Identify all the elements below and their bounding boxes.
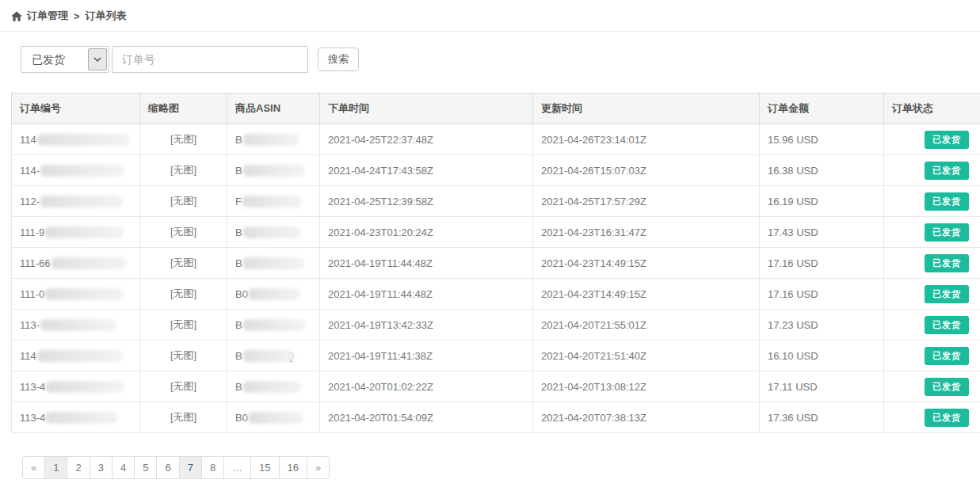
table-row: 114 [无图] BQ 2021-04-19T11:41:38Z 2021-04…	[12, 341, 980, 371]
asin-prefix: B	[235, 381, 242, 393]
pagination-page-5[interactable]: 5	[134, 456, 157, 479]
no-image-label: [无图]	[170, 226, 196, 238]
pagination-page-6[interactable]: 6	[156, 456, 179, 479]
order-redaction	[36, 134, 130, 146]
order-id-prefix: 111-0	[20, 288, 44, 300]
no-image-label: [无图]	[170, 287, 196, 299]
pagination-prev[interactable]: «	[22, 456, 45, 479]
table-header-row: 订单编号 缩略图 商品ASIN 下单时间 更新时间 订单金额 订单状态	[12, 93, 980, 124]
status-cell: 已发货	[884, 217, 980, 248]
pagination-page-4[interactable]: 4	[112, 456, 135, 479]
asin-prefix: F	[235, 196, 242, 207]
order-number-cell: 113-4	[12, 371, 140, 402]
order-redaction	[40, 196, 123, 207]
thumbnail-cell: [无图]	[140, 279, 227, 310]
asin-cell: F	[227, 186, 320, 217]
pagination-ellipsis: …	[223, 456, 251, 479]
order-number-input[interactable]	[112, 46, 308, 73]
filter-bar: 已发货 搜索	[21, 46, 980, 73]
created-time-cell: 2021-04-19T11:44:48Z	[320, 248, 533, 279]
col-created-time: 下单时间	[320, 93, 533, 124]
no-image-label: [无图]	[170, 411, 196, 423]
pagination-page-8[interactable]: 8	[201, 456, 224, 479]
created-time-cell: 2021-04-20T01:02:22Z	[320, 371, 533, 402]
amount-cell: 15.96 USD	[760, 124, 884, 155]
order-id-prefix: 113-4	[20, 381, 45, 393]
updated-time-cell: 2021-04-23T14:49:15Z	[533, 279, 760, 310]
table-row: 111-0 [无图] B06 2021-04-19T11:44:48Z 2021…	[12, 279, 980, 310]
status-badge: 已发货	[925, 347, 969, 365]
thumbnail-cell: [无图]	[140, 310, 227, 341]
order-number-cell: 111-66	[12, 248, 140, 279]
amount-cell: 17.36 USD	[760, 402, 884, 433]
status-cell: 已发货	[884, 248, 980, 279]
order-id-prefix: 112-	[20, 196, 40, 207]
pagination-page-15[interactable]: 15	[250, 456, 279, 479]
table-row: 113-45 [无图] B0 2021-04-20T01:54:09Z 2021…	[12, 402, 980, 433]
asin-redaction	[242, 319, 306, 331]
status-cell: 已发货	[884, 279, 980, 310]
asin-redaction	[242, 257, 304, 269]
no-image-label: [无图]	[170, 257, 196, 268]
order-redaction	[45, 381, 124, 393]
pagination-page-1[interactable]: 1	[44, 456, 67, 479]
order-number-cell: 113-	[12, 310, 140, 341]
updated-time-cell: 2021-04-23T14:49:15Z	[533, 248, 760, 279]
created-time-cell: 2021-04-19T11:44:48Z	[320, 279, 533, 310]
table-row: 112- [无图] F 2021-04-25T12:39:58Z 2021-04…	[12, 186, 980, 217]
pagination-next[interactable]: »	[307, 456, 330, 479]
thumbnail-cell: [无图]	[140, 217, 227, 248]
order-number-cell: 113-45	[12, 402, 140, 433]
asin-redaction	[242, 226, 301, 238]
search-button[interactable]: 搜索	[318, 48, 359, 71]
status-badge: 已发货	[925, 285, 969, 303]
order-redaction	[51, 257, 127, 269]
status-badge: 已发货	[925, 162, 969, 180]
table-row: 114- [无图] B 2021-04-24T17:43:58Z 2021-04…	[12, 155, 980, 186]
table-row: 111-66 [无图] B 2021-04-19T11:44:48Z 2021-…	[12, 248, 980, 279]
status-cell: 已发货	[884, 155, 980, 186]
breadcrumb-page: 订单列表	[86, 9, 127, 23]
order-number-cell: 111-0	[12, 279, 140, 310]
col-order-number: 订单编号	[12, 93, 140, 124]
status-select[interactable]: 已发货	[21, 46, 109, 73]
updated-time-cell: 2021-04-20T07:38:13Z	[533, 402, 760, 433]
created-time-cell: 2021-04-24T17:43:58Z	[320, 155, 533, 186]
thumbnail-cell: [无图]	[140, 248, 227, 279]
order-id-prefix: 114	[20, 134, 36, 146]
asin-prefix: B	[235, 226, 242, 238]
asin-prefix: B	[235, 257, 242, 269]
status-select-value: 已发货	[32, 53, 65, 66]
amount-cell: 16.38 USD	[760, 155, 884, 186]
order-redaction	[45, 412, 118, 424]
amount-cell: 17.43 USD	[760, 217, 884, 248]
order-redaction	[36, 350, 124, 362]
pagination-page-7[interactable]: 7	[179, 456, 202, 479]
created-time-cell: 2021-04-25T22:37:48Z	[320, 124, 533, 155]
thumbnail-cell: [无图]	[140, 402, 227, 433]
order-id-prefix: 111-9	[20, 226, 44, 238]
order-number-cell: 111-9	[12, 217, 140, 248]
pagination-page-3[interactable]: 3	[90, 456, 112, 479]
thumbnail-cell: [无图]	[140, 124, 227, 155]
no-image-label: [无图]	[170, 349, 196, 361]
status-cell: 已发货	[884, 341, 980, 371]
created-time-cell: 2021-04-20T01:54:09Z	[320, 402, 533, 433]
order-redaction	[44, 226, 124, 238]
asin-cell: B	[227, 155, 320, 186]
asin-cell: B	[227, 248, 320, 279]
created-time-cell: 2021-04-23T01:20:24Z	[320, 217, 533, 248]
table-row: 113-4 [无图] B6 2021-04-20T01:02:22Z 2021-…	[12, 371, 980, 402]
order-redaction	[40, 165, 125, 177]
amount-cell: 17.16 USD	[760, 248, 884, 279]
table-row: 111-9 [无图] B 2021-04-23T01:20:24Z 2021-0…	[12, 217, 980, 248]
pagination-page-16[interactable]: 16	[279, 456, 307, 479]
status-badge: 已发货	[925, 192, 969, 211]
pagination: «12345678…1516»	[22, 456, 330, 479]
amount-cell: 17.23 USD	[760, 310, 884, 341]
created-time-cell: 2021-04-19T13:42:33Z	[320, 310, 533, 341]
pagination-page-2[interactable]: 2	[67, 456, 90, 479]
asin-redaction	[248, 412, 303, 424]
asin-redaction	[242, 381, 301, 393]
status-cell: 已发货	[884, 310, 980, 341]
